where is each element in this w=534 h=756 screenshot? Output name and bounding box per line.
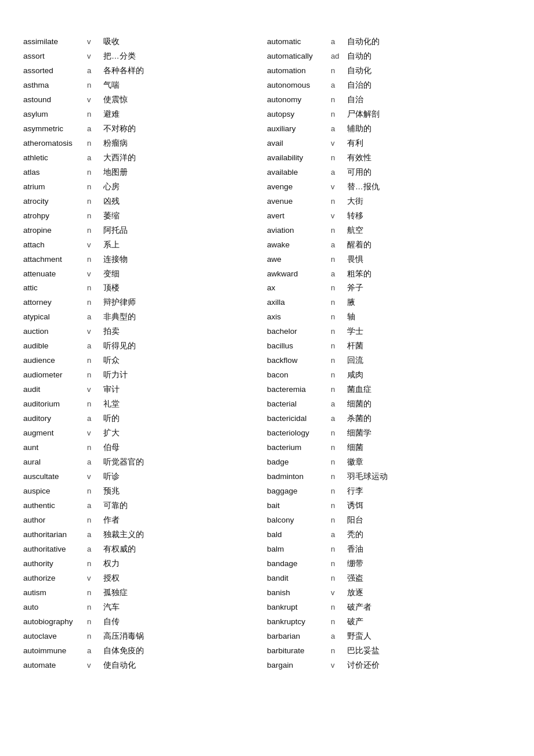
- left-column: assimilatev吸收assortv把…分类assorteda各种各样的as…: [23, 35, 267, 673]
- pos-label: n: [331, 224, 347, 237]
- meaning-label: 杆菌: [347, 339, 363, 354]
- list-item: bargainv讨价还价: [267, 658, 511, 673]
- pos-label: a: [331, 528, 347, 542]
- word-label: atrium: [23, 180, 87, 195]
- meaning-label: 杀菌的: [347, 412, 371, 426]
- word-label: athletic: [23, 151, 87, 165]
- pos-label: n: [331, 557, 347, 571]
- word-label: axis: [267, 310, 331, 325]
- pos-label: n: [331, 368, 347, 382]
- pos-label: a: [87, 499, 103, 513]
- word-label: automatically: [267, 49, 331, 64]
- meaning-label: 羽毛球运动: [347, 470, 388, 484]
- meaning-label: 自体免疫的: [103, 644, 144, 658]
- meaning-label: 礼堂: [103, 397, 120, 412]
- list-item: auctionv拍卖: [23, 325, 267, 339]
- list-item: authentica可靠的: [23, 499, 267, 513]
- meaning-label: 巴比妥盐: [347, 644, 380, 658]
- pos-label: n: [87, 195, 103, 208]
- list-item: autoimmunea自体免疫的: [23, 644, 267, 658]
- pos-label: a: [87, 122, 103, 136]
- meaning-label: 顶楼: [103, 281, 120, 296]
- meaning-label: 破产者: [347, 600, 371, 615]
- meaning-label: 吸收: [103, 35, 120, 49]
- pos-label: n: [331, 441, 347, 455]
- word-label: auditory: [23, 412, 87, 426]
- list-item: badgen徽章: [267, 455, 511, 470]
- word-label: authority: [23, 557, 87, 571]
- list-item: automatica自动化的: [267, 35, 511, 49]
- pos-label: a: [87, 542, 103, 556]
- word-label: asthma: [23, 78, 87, 93]
- meaning-label: 粗笨的: [347, 267, 371, 282]
- list-item: barbituraten巴比妥盐: [267, 644, 511, 658]
- pos-label: n: [87, 586, 103, 600]
- pos-label: a: [331, 629, 347, 643]
- pos-label: n: [87, 513, 103, 527]
- word-label: avert: [267, 209, 331, 224]
- meaning-label: 大西洋的: [103, 151, 136, 165]
- word-label: automate: [23, 658, 87, 673]
- pos-label: n: [87, 107, 103, 121]
- pos-label: n: [331, 151, 347, 165]
- word-label: bacterium: [267, 441, 331, 455]
- pos-label: n: [87, 397, 103, 411]
- meaning-label: 放逐: [347, 586, 363, 600]
- word-label: autoimmune: [23, 644, 87, 658]
- pos-label: a: [331, 122, 347, 136]
- pos-label: a: [87, 151, 103, 165]
- word-label: author: [23, 513, 87, 528]
- pos-label: a: [331, 267, 347, 281]
- meaning-label: 醒着的: [347, 238, 371, 253]
- pos-label: n: [331, 470, 347, 484]
- meaning-label: 细菌: [347, 441, 363, 455]
- list-item: awkwarda粗笨的: [267, 267, 511, 282]
- word-label: bait: [267, 499, 331, 513]
- list-item: atrocityn凶残: [23, 195, 267, 209]
- meaning-label: 把…分类: [103, 49, 136, 64]
- meaning-label: 航空: [347, 224, 363, 238]
- pos-label: v: [331, 180, 347, 194]
- word-label: atrohpy: [23, 209, 87, 224]
- meaning-label: 破产: [347, 615, 363, 629]
- meaning-label: 自动化的: [347, 35, 380, 49]
- word-label: attenuate: [23, 267, 87, 282]
- meaning-label: 非典型的: [103, 310, 136, 325]
- meaning-label: 扩大: [103, 426, 120, 441]
- list-item: automationn自动化: [267, 64, 511, 78]
- word-label: banish: [267, 586, 331, 600]
- word-label: aunt: [23, 441, 87, 455]
- meaning-label: 回流: [347, 354, 363, 368]
- list-item: availv有利: [267, 136, 511, 151]
- meaning-label: 学士: [347, 325, 363, 339]
- word-label: auxiliary: [267, 122, 331, 136]
- pos-label: n: [331, 93, 347, 107]
- word-label: ax: [267, 281, 331, 296]
- list-item: auditorya听的: [23, 412, 267, 426]
- pos-label: n: [87, 78, 103, 92]
- word-label: aural: [23, 455, 87, 470]
- meaning-label: 细菌学: [347, 426, 371, 441]
- pos-label: n: [87, 615, 103, 629]
- meaning-label: 强盗: [347, 571, 363, 586]
- meaning-label: 凶残: [103, 195, 120, 209]
- list-item: bankruptn破产者: [267, 600, 511, 615]
- word-label: atrocity: [23, 195, 87, 209]
- word-label: audiometer: [23, 368, 87, 383]
- list-item: auditv审计: [23, 383, 267, 397]
- word-label: autonomy: [267, 93, 331, 107]
- meaning-label: 汽车: [103, 600, 120, 615]
- list-item: axillan腋: [267, 296, 511, 310]
- pos-label: v: [87, 383, 103, 397]
- pos-label: v: [87, 49, 103, 63]
- pos-label: n: [331, 339, 347, 353]
- meaning-label: 避难: [103, 107, 120, 122]
- list-item: bacillusn杆菌: [267, 339, 511, 354]
- pos-label: n: [87, 209, 103, 223]
- word-label: backflow: [267, 354, 331, 368]
- pos-label: n: [331, 310, 347, 324]
- word-label: bandit: [267, 571, 331, 586]
- pos-label: n: [87, 281, 103, 295]
- pos-label: n: [87, 484, 103, 498]
- word-label: auspice: [23, 484, 87, 499]
